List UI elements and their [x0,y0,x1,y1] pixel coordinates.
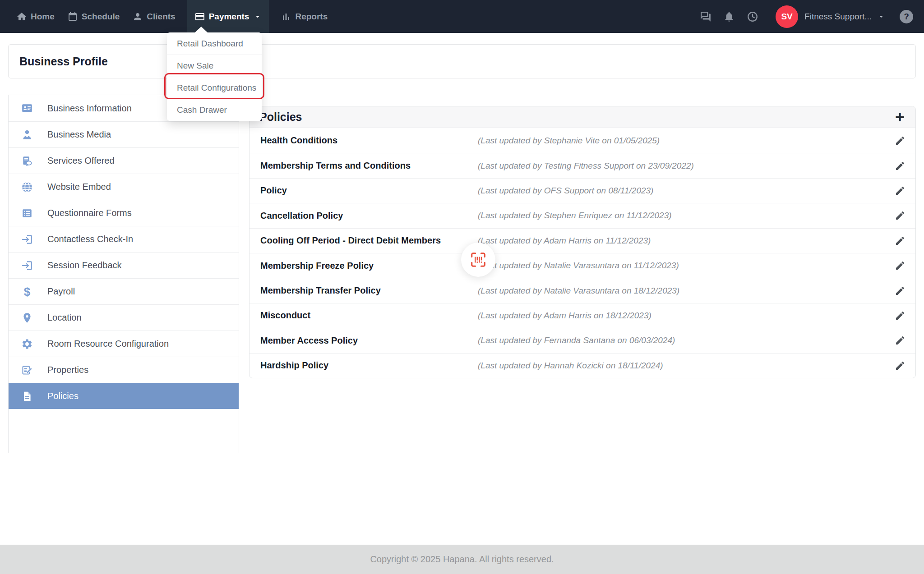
navbar-right: SV Fitness Support... ? [700,5,924,28]
nav-item-reports[interactable]: Reports [280,0,328,33]
policy-name: Membership Transfer Policy [260,285,381,296]
sidebar-item-policies[interactable]: Policies [9,383,239,409]
footer: Copyright © 2025 Hapana. All rights rese… [0,545,924,574]
sidebar-item-label: Questionnaire Forms [47,208,132,218]
sidebar-item-label: Website Embed [47,182,111,192]
id-card-icon [21,102,33,114]
chevron-down-icon[interactable] [877,13,885,21]
policy-last-updated: (Last updated by Adam Harris on 18/12/20… [478,311,651,321]
edit-pencil-icon[interactable] [895,135,906,146]
sidebar-item-label: Policies [47,391,79,401]
policy-last-updated: (Last updated by OFS Support on 08/11/20… [478,186,653,196]
sidebar-item-label: Services Offered [47,156,115,166]
sidebar-item-location[interactable]: Location [9,304,239,331]
edit-pencil-icon[interactable] [895,185,906,196]
help-icon[interactable]: ? [900,10,913,23]
list-form-icon [21,207,33,219]
sidebar-item-label: Session Feedback [47,260,122,271]
add-policy-button[interactable]: + [893,109,906,125]
map-pin-icon [21,312,33,324]
policy-last-updated: (Last updated by Hannah Kozicki on 18/11… [478,361,663,371]
sidebar-item-contactless-check-in[interactable]: Contactless Check-In [9,226,239,252]
policy-row-misconduct: Misconduct (Last updated by Adam Harris … [249,303,915,328]
policy-name: Cooling Off Period - Direct Debit Member… [260,235,441,246]
policy-row-cancellation-policy: Cancellation Policy (Last updated by Ste… [249,203,915,228]
policy-row-membership-freeze-policy: Membership Freeze Policy (Last updated b… [249,253,915,278]
menu-item-retail-dashboard[interactable]: Retail Dashboard [167,32,262,55]
nav-item-schedule[interactable]: Schedule [66,0,120,33]
sidebar-item-session-feedback[interactable]: Session Feedback [9,252,239,278]
sidebar-item-room-resource-configuration[interactable]: Room Resource Configuration [9,331,239,357]
chevron-down-icon [254,13,262,21]
nav-item-label: Home [31,12,55,22]
chat-icon[interactable] [700,11,711,23]
sidebar-item-label: Room Resource Configuration [47,339,169,349]
copyright-text: Copyright © 2025 Hapana. All rights rese… [370,554,554,565]
gear-icon [21,338,33,350]
policy-row-member-access-policy: Member Access Policy (Last updated by Fe… [249,328,915,353]
policy-name: Misconduct [260,310,310,321]
policy-name: Hardship Policy [260,360,328,371]
payments-dropdown-menu: Retail Dashboard New Sale Retail Configu… [167,32,262,121]
policy-last-updated: (Last updated by Adam Harris on 11/12/20… [478,236,651,246]
nav-item-label: Reports [295,12,328,22]
sidebar-item-label: Business Information [47,103,132,114]
policy-row-membership-terms: Membership Terms and Conditions (Last up… [249,153,915,178]
page-title-card: Business Profile [8,44,916,78]
edit-pencil-icon[interactable] [895,260,906,271]
sidebar-item-label: Contactless Check-In [47,234,133,244]
sidebar-item-properties[interactable]: Properties [9,357,239,383]
edit-pencil-icon[interactable] [895,310,906,321]
policy-last-updated: (Last updated by Natalie Varasuntara on … [478,261,679,271]
edit-pencil-icon[interactable] [895,210,906,221]
policies-panel: Policies + Health Conditions (Last updat… [249,106,916,378]
sidebar-item-payroll[interactable]: $ Payroll [9,278,239,304]
nav-item-label: Payments [209,12,249,22]
sidebar-item-business-media[interactable]: Business Media [9,121,239,147]
nav-item-home[interactable]: Home [15,0,55,33]
policy-last-updated: (Last updated by Testing Fitness Support… [478,161,694,171]
edit-pencil-icon[interactable] [895,285,906,296]
loading-spinner [461,243,495,277]
policy-last-updated: (Last updated by Stephen Enriquez on 11/… [478,211,672,220]
home-icon [16,11,27,22]
sidebar-item-services-offered[interactable]: Services Offered [9,147,239,174]
policy-row-health-conditions: Health Conditions (Last updated by Steph… [249,128,915,153]
policy-name: Cancellation Policy [260,211,343,221]
calendar-icon [67,11,78,22]
dollar-icon: $ [21,286,33,298]
policies-panel-title: Policies [259,110,302,124]
edit-pencil-icon[interactable] [895,235,906,246]
policy-last-updated: (Last updated by Natalie Varasuntara on … [478,286,679,296]
clock-icon[interactable] [747,11,758,23]
policy-last-updated: (Last updated by Stephanie Vite on 01/05… [478,136,660,146]
sign-in-icon [21,260,33,271]
barcode-loader-icon [469,251,487,269]
nav-item-clients[interactable]: Clients [131,0,176,33]
nav-item-label: Schedule [82,12,120,22]
top-navbar: Home Schedule Clients Payments Reports S… [0,0,924,33]
main-nav: Home Schedule Clients Payments Reports [0,0,339,33]
sidebar-item-website-embed[interactable]: Website Embed [9,174,239,200]
bell-icon[interactable] [723,11,735,23]
person-portrait-icon [21,129,33,141]
edit-pencil-icon[interactable] [895,161,906,171]
policy-name: Membership Freeze Policy [260,261,374,271]
sidebar-item-label: Properties [47,365,88,375]
policy-last-updated: (Last updated by Fernanda Santana on 06/… [478,335,675,345]
business-profile-sidebar: Business Information Business Media Serv… [8,95,239,453]
edit-pencil-icon[interactable] [895,360,906,371]
sidebar-item-label: Payroll [47,286,75,297]
policy-row-policy: Policy (Last updated by OFS Support on 0… [249,178,915,203]
menu-item-cash-drawer[interactable]: Cash Drawer [167,99,262,121]
sidebar-item-questionnaire-forms[interactable]: Questionnaire Forms [9,200,239,226]
menu-item-retail-configurations[interactable]: Retail Configurations [167,77,262,99]
document-icon [21,390,33,402]
policies-panel-header: Policies + [249,106,915,128]
edit-pencil-icon[interactable] [895,335,906,346]
page-title: Business Profile [19,55,108,68]
user-menu[interactable]: Fitness Support... [804,12,872,22]
avatar[interactable]: SV [776,5,798,28]
sign-in-icon [21,234,33,245]
menu-item-new-sale[interactable]: New Sale [167,55,262,77]
